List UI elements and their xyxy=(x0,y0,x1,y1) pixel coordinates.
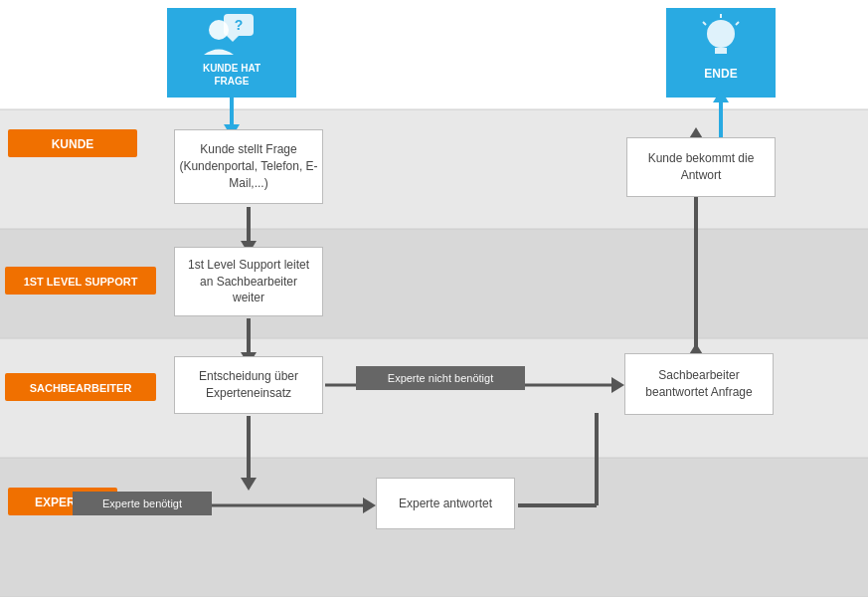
svg-marker-46 xyxy=(363,498,376,513)
svg-line-29 xyxy=(703,22,706,25)
svg-point-25 xyxy=(707,20,735,48)
svg-text:FRAGE: FRAGE xyxy=(215,76,250,87)
svg-rect-8 xyxy=(5,373,156,401)
sachbearbeiter-antwort-box: Sachbearbeiterbeantwortet Anfrage xyxy=(624,353,774,415)
svg-marker-57 xyxy=(713,90,729,102)
svg-line-28 xyxy=(736,22,739,25)
svg-marker-41 xyxy=(611,377,624,393)
svg-rect-10 xyxy=(8,488,117,515)
diagram-container: KUNDE 1ST LEVEL SUPPORT SACHBEARBEITER E… xyxy=(0,0,868,597)
experte-antwortet-box: Experte antwortet xyxy=(376,478,515,529)
svg-text:ENDE: ENDE xyxy=(704,67,737,81)
svg-text:KUNDE HAT: KUNDE HAT xyxy=(203,63,260,74)
svg-rect-6 xyxy=(5,267,156,295)
svg-text:Experte benötigt: Experte benötigt xyxy=(102,498,182,509)
svg-text:1ST LEVEL SUPPORT: 1ST LEVEL SUPPORT xyxy=(24,276,138,288)
first-level-box: 1st Level Support leitetan Sachbearbeite… xyxy=(174,247,323,316)
svg-rect-17 xyxy=(167,8,296,98)
svg-rect-47 xyxy=(73,492,212,515)
svg-rect-26 xyxy=(715,48,727,54)
svg-rect-42 xyxy=(356,366,525,390)
svg-marker-21 xyxy=(227,36,239,42)
svg-text:Experte nicht benötigt: Experte nicht benötigt xyxy=(388,372,493,384)
kunde-frage-box: Kunde stellt Frage (Kundenportal, Telefo… xyxy=(174,129,323,204)
svg-text:?: ? xyxy=(235,17,244,33)
svg-rect-24 xyxy=(666,8,776,98)
kunde-antwort-box: Kunde bekommt dieAntwort xyxy=(626,137,776,197)
svg-point-18 xyxy=(209,20,229,40)
svg-text:SACHBEARBEITER: SACHBEARBEITER xyxy=(30,382,132,394)
svg-text:KUNDE: KUNDE xyxy=(52,137,94,151)
entscheidung-box: Entscheidung überExperteneinsatz xyxy=(174,356,323,414)
svg-text:EXPERTE: EXPERTE xyxy=(35,496,90,509)
svg-marker-38 xyxy=(241,478,257,491)
svg-rect-4 xyxy=(8,129,137,157)
svg-rect-19 xyxy=(224,14,254,36)
svg-rect-1 xyxy=(0,229,868,338)
